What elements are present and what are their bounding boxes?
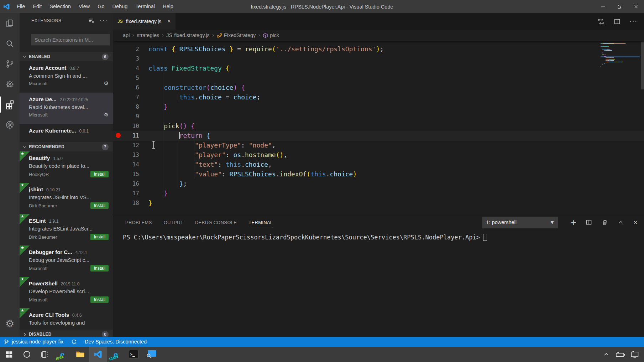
new-terminal-icon[interactable]: + <box>571 219 576 226</box>
tab-fixed-strategy-js[interactable]: JS fixed.strategy.js × <box>113 13 176 30</box>
code-line-17[interactable]: 17 } <box>113 188 644 198</box>
code-line-18[interactable]: 18} <box>113 198 644 208</box>
extension-item-debugger-for-c[interactable]: ★Debugger for C...4.12.1Debug your JavaS… <box>20 245 113 277</box>
code-line-7[interactable]: 7 this.choice = choice; <box>113 92 644 102</box>
breakpoint-margin[interactable] <box>113 54 124 63</box>
menu-item-help[interactable]: Help <box>159 0 177 13</box>
activity-extensions-icon[interactable] <box>0 94 20 115</box>
menu-item-selection[interactable]: Selection <box>46 0 75 13</box>
editor-scrollbar[interactable] <box>641 42 644 89</box>
menu-item-go[interactable]: Go <box>94 0 108 13</box>
extension-item-azure-account[interactable]: Azure Account0.8.7A common Sign-In and .… <box>20 61 113 93</box>
code-line-4[interactable]: 4class FixedStrategy { <box>113 63 644 73</box>
minimize-icon[interactable] <box>595 0 611 13</box>
breakpoint-margin[interactable] <box>113 169 124 179</box>
breakpoint-margin[interactable] <box>113 179 124 188</box>
menu-item-debug[interactable]: Debug <box>109 0 132 13</box>
code-line-5[interactable]: 5 <box>113 73 644 83</box>
taskbar-screen-share-icon[interactable] <box>142 347 160 362</box>
code-line-13[interactable]: 13 "player": os.hostname(), <box>113 150 644 160</box>
split-editor-icon[interactable] <box>613 18 621 25</box>
activity-source-control-icon[interactable] <box>0 54 20 74</box>
extension-item-azure-kubernete[interactable]: Azure Kubernete...0.0.1 <box>20 124 113 137</box>
tray-battery-icon[interactable] <box>613 352 628 357</box>
breakpoint-margin[interactable] <box>113 121 124 131</box>
activity-kubernetes-icon[interactable] <box>0 115 20 135</box>
breadcrumb-strategies[interactable]: strategies <box>137 32 159 38</box>
code-line-10[interactable]: 10 pick() { <box>113 121 644 131</box>
sync-item[interactable] <box>71 339 77 345</box>
extension-item-azure-de[interactable]: Azure De...2.0.220191025Rapid Kubernetes… <box>20 93 113 124</box>
clear-extensions-search-icon[interactable] <box>88 17 94 24</box>
open-changes-icon[interactable] <box>597 18 605 25</box>
panel-tab-problems[interactable]: PROBLEMS <box>125 217 152 228</box>
breakpoint-margin[interactable] <box>113 92 124 102</box>
code-line-2[interactable]: 2const { RPSLSChoices } = require('../se… <box>113 44 644 54</box>
code-line-15[interactable]: 15 "value": RPSLSChoices.indexOf(this.ch… <box>113 169 644 179</box>
breakpoint-margin[interactable] <box>113 112 124 121</box>
more-actions-icon[interactable]: ··· <box>629 18 638 25</box>
code-line-3[interactable]: 3 <box>113 54 644 63</box>
terminal-picker[interactable]: 1: powershell ▼ <box>482 217 558 228</box>
taskbar-edge-beta-icon[interactable]: eBETA <box>107 347 125 362</box>
code-line-14[interactable]: 14 "text": this.choice, <box>113 160 644 169</box>
breakpoint-margin[interactable] <box>113 73 124 83</box>
taskbar-start-icon[interactable] <box>0 347 18 362</box>
breakpoint-margin[interactable] <box>113 63 124 73</box>
activity-explorer-icon[interactable] <box>0 13 20 33</box>
menu-item-file[interactable]: File <box>13 0 29 13</box>
minimap[interactable] <box>601 43 640 67</box>
activity-search-icon[interactable] <box>0 33 20 54</box>
menu-item-terminal[interactable]: Terminal <box>131 0 159 13</box>
breakpoint-margin[interactable] <box>113 188 124 198</box>
section-header-recommended[interactable]: RECOMMENDED7 <box>20 142 113 151</box>
code-line-16[interactable]: 16 }; <box>113 179 644 188</box>
taskbar-cortana-icon[interactable] <box>18 347 36 362</box>
breakpoint-margin[interactable] <box>113 131 124 140</box>
panel-tab-terminal[interactable]: TERMINAL <box>248 217 273 228</box>
breadcrumb-fixedstrategy[interactable]: FixedStrategy <box>217 32 256 38</box>
menu-item-view[interactable]: View <box>75 0 94 13</box>
breakpoint-dot[interactable] <box>116 133 121 138</box>
close-icon[interactable] <box>628 0 644 13</box>
extension-item-eslint[interactable]: ★ESLint1.9.1Integrates ESLint JavaScr...… <box>20 214 113 245</box>
breakpoint-margin[interactable] <box>113 83 124 92</box>
manage-gear-icon[interactable]: ⚙ <box>104 112 109 118</box>
code-line-11[interactable]: 11 return { <box>113 131 644 140</box>
taskbar-file-explorer-icon[interactable] <box>71 347 89 362</box>
breadcrumb-pick[interactable]: pick <box>263 32 279 38</box>
breakpoint-margin[interactable] <box>113 140 124 150</box>
terminal[interactable]: PS C:\Users\msspeaker\RockPaperScissorsL… <box>113 231 644 241</box>
tab-close-icon[interactable]: × <box>167 18 171 25</box>
breadcrumb-fixed-strategy-js[interactable]: JSfixed.strategy.js <box>166 32 210 38</box>
breakpoint-margin[interactable] <box>113 44 124 54</box>
breakpoint-margin[interactable] <box>113 102 124 112</box>
breadcrumb-api[interactable]: api <box>123 32 130 38</box>
code-line-9[interactable]: 9 <box>113 112 644 121</box>
dev-spaces-status[interactable]: Dev Spaces: Disconnected <box>85 339 147 345</box>
extension-item-powershell[interactable]: ★PowerShell2019.11.0Develop PowerShell s… <box>20 277 113 308</box>
extension-item-beautify[interactable]: ★Beautify1.5.0Beautify code in place fo.… <box>20 151 113 183</box>
panel-tab-output[interactable]: OUTPUT <box>164 217 183 228</box>
breakpoint-margin[interactable] <box>113 198 124 208</box>
taskbar-task-view-icon[interactable] <box>36 347 53 362</box>
taskbar-edge-dev-icon[interactable]: eDEV <box>53 347 71 362</box>
section-header-disabled[interactable]: DISABLED0 <box>20 330 113 337</box>
taskbar-terminal-app-icon[interactable]: >_ <box>125 347 142 362</box>
panel-tab-debug-console[interactable]: DEBUG CONSOLE <box>195 217 237 228</box>
kill-terminal-icon[interactable] <box>601 219 608 226</box>
activity-debug-icon[interactable] <box>0 74 20 94</box>
breakpoint-margin[interactable] <box>113 150 124 160</box>
tray-chevron-up-icon[interactable] <box>599 353 613 356</box>
split-terminal-icon[interactable] <box>585 219 592 226</box>
code-line-6[interactable]: 6 constructor(choice) { <box>113 83 644 92</box>
manage-gear-icon[interactable]: ⚙ <box>104 81 109 86</box>
install-button[interactable]: Install <box>90 296 109 303</box>
extension-item-jshint[interactable]: ★jshint0.10.21Integrates JSHint into VS.… <box>20 183 113 214</box>
activity-settings-gear-icon[interactable]: ⚙ <box>0 314 20 334</box>
install-button[interactable]: Install <box>90 234 109 240</box>
extensions-search-input[interactable] <box>31 34 110 46</box>
breakpoint-margin[interactable] <box>113 160 124 169</box>
menu-item-edit[interactable]: Edit <box>29 0 46 13</box>
install-button[interactable]: Install <box>90 202 109 209</box>
